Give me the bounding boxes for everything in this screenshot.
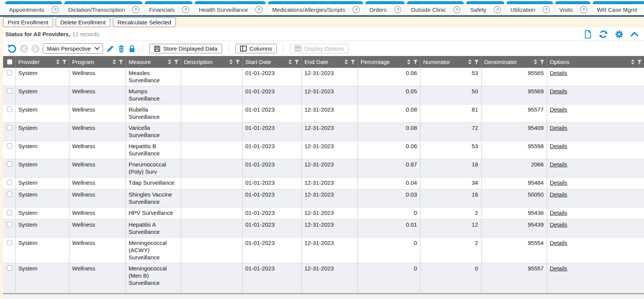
table-row: SystemWellnessVaricella Surveillance01-0… [3,123,644,141]
store-displayed-data-button[interactable]: Store Displayed Data [149,44,222,53]
tab-label: Appointments [5,4,48,15]
horizontal-scrollbar-track[interactable] [3,293,644,299]
display-options-grid-icon [295,45,301,52]
forward-icon[interactable] [31,45,40,53]
tab-health-surveillance[interactable]: Health Surveillance [195,1,266,15]
tab-appointments[interactable]: Appointments [5,1,62,15]
details-link[interactable]: Details [550,125,567,131]
tab-launch-button[interactable] [129,4,142,15]
details-link[interactable]: Details [550,179,567,186]
tab-launch-button[interactable] [450,4,464,15]
column-header-denominator[interactable]: Denominator [481,56,547,68]
row-checkbox[interactable] [7,180,12,185]
tab-outside-clinic[interactable]: Outside Clinic [407,1,464,15]
details-link[interactable]: Details [550,191,567,198]
column-header-program[interactable]: Program [69,56,126,68]
column-header-percentage[interactable]: Percentage [358,56,420,68]
sort-icon [467,59,472,65]
tab-launch-button[interactable] [539,4,553,15]
select-all-checkbox[interactable] [3,56,16,68]
refresh-icon[interactable] [599,30,608,39]
details-link[interactable]: Details [550,209,567,216]
display-options-button[interactable]: Display Options [290,44,349,53]
print-enrollment-button[interactable]: Print Enrollment [3,18,53,27]
cell-end-date: 12-31-2023 [302,86,358,104]
details-link[interactable]: Details [550,265,567,272]
cell-program: Wellness [69,263,126,293]
tab-launch-button[interactable] [48,4,62,15]
column-header-numerator[interactable]: Numerator [420,56,481,68]
row-checkbox[interactable] [7,88,12,94]
lock-icon[interactable] [128,45,136,53]
open-in-window-icon [132,6,140,14]
delete-trash-icon[interactable] [118,45,125,53]
cell-program: Wellness [69,177,126,189]
cell-denominator: 95569 [481,86,547,104]
new-document-icon[interactable] [584,30,592,39]
tab-launch-button[interactable] [179,4,192,15]
row-checkbox[interactable] [7,70,12,75]
perspective-select[interactable]: Main Perspective [43,43,103,54]
details-link[interactable]: Details [550,70,567,76]
row-checkbox[interactable] [7,107,12,112]
columns-button[interactable]: Columns [235,44,277,53]
tab-financials[interactable]: Financials [145,1,193,15]
details-link[interactable]: Details [550,106,567,113]
tab-wr-case-mgmt[interactable]: WR Case Mgmt [592,1,644,15]
cell-options: Details [547,219,644,237]
cell-denominator: 50050 [481,189,547,207]
delete-enrollment-button[interactable]: Delete Enrollment [56,18,110,27]
row-checkbox[interactable] [7,240,12,245]
tab-launch-button[interactable] [577,4,590,15]
column-header-end-date[interactable]: End Date [302,56,358,68]
tab-medications-allergies-scripts[interactable]: Medications/Allergies/Scripts [268,1,363,15]
tab-visits[interactable]: Visits [555,1,591,15]
tab-orders[interactable]: Orders [365,1,405,15]
row-checkbox[interactable] [7,222,12,227]
cell-end-date: 12-31-2023 [302,104,358,122]
cell-end-date: 12-31-2023 [302,68,358,86]
row-checkbox[interactable] [7,210,12,215]
details-link[interactable]: Details [550,221,567,228]
cell-denominator: 95598 [481,141,547,159]
row-checkbox[interactable] [7,143,12,149]
column-header-start-date[interactable]: Start Date [243,56,302,68]
column-header-provider[interactable]: Provider [16,56,69,68]
tab-launch-button[interactable] [349,4,363,15]
details-link[interactable]: Details [550,240,567,246]
cell-numerator: 50 [420,86,481,104]
tab-launch-button[interactable] [252,4,266,15]
undo-icon[interactable] [7,44,17,54]
table-row: SystemWellnessShingles Vaccine Surveilla… [3,189,644,208]
tab-safety[interactable]: Safety [466,1,504,15]
tab-utilization[interactable]: Utilization [506,1,553,15]
cell-start-date: 01-01-2023 [243,238,302,263]
table-row: SystemWellnessHepatitis B Surveillance01… [3,141,644,159]
tab-launch-button[interactable] [391,4,404,15]
details-link[interactable]: Details [550,88,567,94]
column-header-options[interactable]: Options [547,56,644,68]
sort-icon [229,59,233,65]
cell-select [3,104,16,122]
cell-select [3,159,16,177]
recalculate-selected-button[interactable]: Recalculate Selected [113,18,176,27]
edit-pencil-icon[interactable] [106,45,114,53]
cell-program: Wellness [69,86,126,104]
cell-description [181,189,243,207]
row-checkbox[interactable] [7,265,12,271]
row-checkbox[interactable] [7,161,12,167]
details-link[interactable]: Details [550,143,567,149]
tab-launch-button[interactable] [641,4,644,15]
cell-measure: Pneumococcal (Poly) Surv [126,159,181,177]
collapse-chevron-icon[interactable] [630,31,639,38]
column-header-measure[interactable]: Measure [126,56,181,68]
back-icon[interactable] [20,45,28,53]
tab-dictation-transcription[interactable]: Dictation/Transcription [64,1,143,15]
row-checkbox[interactable] [7,192,12,197]
cell-description [181,208,243,219]
tab-launch-button[interactable] [491,4,504,15]
row-checkbox[interactable] [7,125,12,130]
settings-gear-icon[interactable] [615,30,624,39]
details-link[interactable]: Details [550,161,567,168]
column-header-description[interactable]: Description [181,56,243,68]
